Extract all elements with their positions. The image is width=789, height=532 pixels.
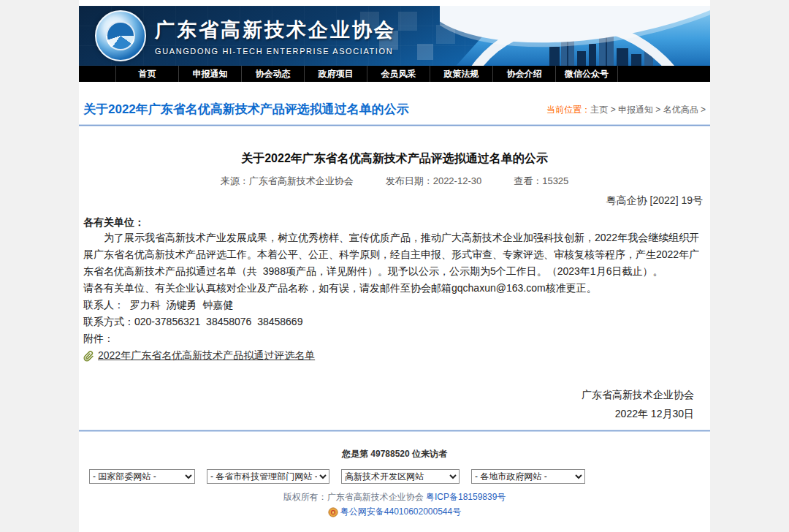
breadcrumb: 当前位置：主页 > 申报通知 > 名优高品 > (546, 104, 706, 118)
article-source: 来源：广东省高新技术企业协会 (221, 175, 354, 188)
page-wrapper: 广东省高新技术企业协会 GUANGDONG HI-TECH ENTERPRISE… (79, 0, 710, 532)
attachment-label: 附件： (83, 330, 706, 347)
attachment-link[interactable]: 2022年广东省名优高新技术产品拟通过评选名单 (98, 349, 315, 362)
main-nav: 首页 申报通知 协会动态 政府项目 会员风采 政策法规 协会介绍 微信公众号 (79, 66, 710, 82)
footer: 您是第 49788520 位来访者 - 国家部委网站 - - 各省市科技管理部门… (79, 448, 710, 518)
article-paragraph: 请各有关单位、有关企业认真核对企业及产品名称，如有误，请发邮件至协会邮箱gqch… (83, 280, 706, 297)
icp-license-link[interactable]: 粤ICP备18159839号 (426, 492, 506, 502)
page-title: 关于2022年广东省名优高新技术产品评选拟通过名单的公示 (83, 101, 409, 118)
visitor-counter: 您是第 49788520 位来访者 (79, 448, 710, 460)
nav-item-about-association[interactable]: 协会介绍 (492, 66, 555, 82)
salutation: 各有关单位： (83, 216, 706, 229)
police-registration-line: 粤公网安备44010602000544号 (79, 506, 710, 518)
contact-person-line: 联系人： 罗力科 汤键勇 钟嘉健 (83, 297, 706, 314)
site-subtitle: GUANGDONG HI-TECH ENTERPRISE ASOCIATION (155, 47, 396, 56)
police-badge-icon (328, 507, 338, 517)
signature-organization: 广东省高新技术企业协会 (83, 389, 706, 402)
nav-item-application-notices[interactable]: 申报通知 (178, 66, 241, 82)
dropdown-provincial-sci-tech-dept-sites[interactable]: - 各省市科技管理部门网站 - (207, 469, 329, 484)
site-title: 广东省高新技术企业协会 (155, 17, 396, 43)
nav-item-home[interactable]: 首页 (115, 66, 178, 82)
attachment-row: 2022年广东省名优高新技术产品拟通过评选名单 (83, 349, 706, 362)
nav-item-association-news[interactable]: 协会动态 (241, 66, 304, 82)
footer-divider (79, 430, 710, 432)
dropdown-hi-tech-zone-sites[interactable]: 高新技术开发区网站 (341, 469, 460, 484)
page-title-row: 关于2022年广东省名优高新技术产品评选拟通过名单的公示 当前位置：主页 > 申… (79, 101, 710, 118)
header-banner-art (440, 6, 710, 66)
title-divider (79, 124, 710, 126)
signature-date: 2022年 12月30日 (83, 408, 706, 421)
copyright-line: 版权所有：广东省高新技术企业协会 粤ICP备18159839号 (79, 491, 710, 503)
announcement-article: 关于2022年广东省名优高新技术产品评选拟通过名单的公示 来源：广东省高新技术企… (79, 151, 710, 421)
nav-item-policies-regulations[interactable]: 政策法规 (430, 66, 492, 82)
logo-swirl-icon (106, 21, 135, 50)
association-logo-icon[interactable] (95, 10, 146, 61)
breadcrumb-label: 当前位置： (546, 104, 590, 115)
nav-item-government-projects[interactable]: 政府项目 (304, 66, 367, 82)
nav-item-member-showcase[interactable]: 会员风采 (367, 66, 430, 82)
article-view-count: 查看：15325 (514, 175, 568, 188)
dropdown-city-government-sites[interactable]: - 各地市政府网站 - (471, 469, 585, 484)
paperclip-icon (83, 351, 94, 362)
document-number: 粤高企协 [2022] 19号 (83, 194, 706, 208)
article-paragraph: 为了展示我省高新技术产业发展成果，树立优秀榜样、宣传优质产品，推动广大高新技术企… (83, 229, 706, 280)
mosaic-tile (398, 12, 417, 31)
breadcrumb-path[interactable]: 主页 > 申报通知 > 名优高品 > (590, 104, 706, 115)
mosaic-tile (417, 44, 433, 60)
header-banner: 广东省高新技术企业协会 GUANGDONG HI-TECH ENTERPRISE… (79, 6, 710, 66)
police-registration-link[interactable]: 粤公网安备44010602000544号 (340, 506, 461, 518)
article-publish-date: 发布日期：2022-12-30 (386, 175, 482, 188)
nav-item-wechat-official[interactable]: 微信公众号 (555, 66, 618, 82)
site-brand: 广东省高新技术企业协会 GUANGDONG HI-TECH ENTERPRISE… (155, 17, 396, 56)
contact-phone-line: 联系方式：020-37856321 38458076 38458669 (83, 314, 706, 330)
friendly-links-row: - 国家部委网站 - - 各省市科技管理部门网站 - 高新技术开发区网站 - 各… (79, 469, 710, 484)
article-meta: 来源：广东省高新技术企业协会 发布日期：2022-12-30 查看：15325 (83, 175, 706, 188)
dropdown-national-ministry-sites[interactable]: - 国家部委网站 - (89, 469, 195, 484)
article-title: 关于2022年广东省名优高新技术产品评选拟通过名单的公示 (83, 151, 706, 167)
copyright-text: 版权所有：广东省高新技术企业协会 (283, 492, 424, 502)
